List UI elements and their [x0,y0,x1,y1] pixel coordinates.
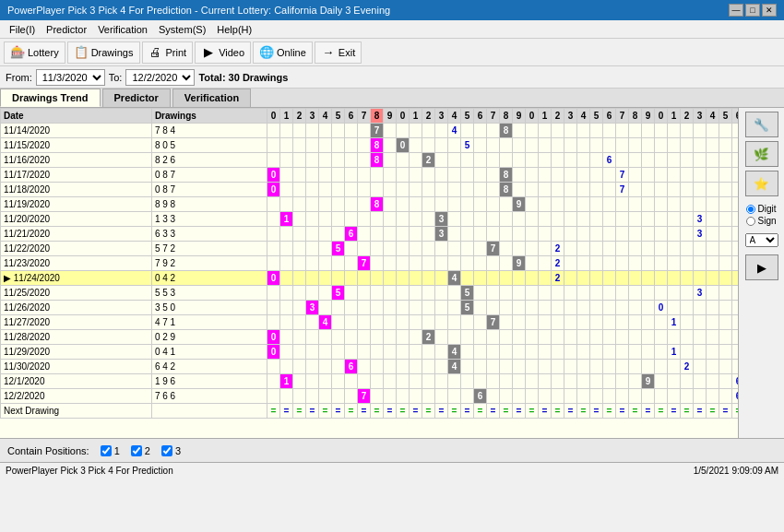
letter-select[interactable]: A B C [745,233,778,247]
grid-cell [513,315,526,330]
digit-radio[interactable] [746,205,755,214]
sign-radio[interactable] [746,217,755,226]
menu-help[interactable]: Help(H) [211,22,257,37]
grid-cell [513,330,526,345]
grid-cell [435,315,448,330]
minimize-button[interactable]: — [729,4,743,17]
grid-cell: 8 [500,168,513,183]
next-drawing-cell: = [410,404,422,419]
grid-cell [590,256,603,271]
grid-cell [410,153,422,168]
grid-cell: 0 [267,183,280,197]
grid-cell [397,124,410,138]
grid-cell [422,286,435,301]
leaf-button[interactable]: 🌿 [745,141,778,167]
star-button[interactable]: ⭐ [745,171,778,196]
table-scroll-area[interactable]: Date Drawings 0 1 2 3 4 5 6 7 8 9 0 1 [0,108,784,438]
grid-cell [345,197,358,212]
grid-cell [616,360,629,374]
grid-cell [629,242,642,256]
menu-predictor[interactable]: Predictor [41,22,92,37]
table-row: 11/21/2020 [1,227,152,242]
tab-predictor[interactable]: Predictor [102,89,171,107]
grid-cell [719,242,732,256]
status-right: 1/5/2021 9:09:09 AM [694,466,778,476]
grid-cell [655,330,668,345]
grid-cell [526,256,539,271]
grid-cell [422,360,435,374]
grid-cell [539,227,552,242]
online-button[interactable]: 🌐 Online [253,41,313,64]
grid-cell [384,374,397,389]
action-button[interactable]: ▶ [745,254,778,280]
table-row: 11/30/2020 [1,360,152,374]
table-row: 11/16/2020 [1,153,152,168]
menu-system[interactable]: System(S) [153,22,211,37]
from-date-select[interactable]: 11/3/2020 [36,69,105,86]
lottery-button[interactable]: 🎰 Lottery [4,41,65,64]
close-button[interactable]: ✕ [762,4,777,17]
checkbox-pos-3[interactable] [161,445,172,456]
grid-cell [319,197,332,212]
checkbox-pos-1[interactable] [101,445,112,456]
grid-cell [487,271,500,286]
grid-cell [397,153,410,168]
grid-cell [577,345,590,360]
grid-cell [642,138,655,153]
grid-cell [694,183,707,197]
grid-cell [526,227,539,242]
grid-cell: 5 [461,286,474,301]
exit-button[interactable]: → Exit [315,41,362,64]
drawings-cell: 5 5 3 [151,286,267,301]
grid-cell [552,315,564,330]
grid-cell [306,345,319,360]
grid-cell [590,345,603,360]
grid-cell [719,153,732,168]
grid-cell [668,286,681,301]
grid-cell [371,271,384,286]
grid-cell [293,330,306,345]
menu-file[interactable]: File(I) [4,22,41,37]
drawings-button[interactable]: 📋 Drawings [67,41,140,64]
grid-cell [513,242,526,256]
exit-label: Exit [339,47,355,58]
grid-cell [668,124,681,138]
next-drawing-cell: = [513,404,526,419]
maximize-button[interactable]: □ [745,4,760,17]
to-date-select[interactable]: 12/2/2020 [125,69,195,86]
grid-cell [719,374,732,389]
grid-cell [668,301,681,315]
grid-cell [603,374,616,389]
grid-cell: 3 [435,212,448,227]
grid-cell [539,360,552,374]
grid-cell [577,212,590,227]
next-drawing-cell: = [280,404,293,419]
grid-cell [655,227,668,242]
grid-cell [539,374,552,389]
grid-cell [564,315,577,330]
grid-cell [539,212,552,227]
wrench-button[interactable]: 🔧 [745,112,778,137]
grid-cell [435,153,448,168]
grid-cell [422,124,435,138]
grid-cell [629,183,642,197]
grid-cell [500,286,513,301]
grid-cell [590,271,603,286]
grid-cell: 8 [500,124,513,138]
grid-cell [590,242,603,256]
exit-icon: → [321,45,336,60]
checkbox-pos-2[interactable] [131,445,142,456]
grid-cell: 4 [448,360,461,374]
tab-verification[interactable]: Verification [172,89,251,107]
grid-cell [319,168,332,183]
grid-cell: 0 [267,330,280,345]
menu-verification[interactable]: Verification [92,22,153,37]
next-drawing-cell: = [642,404,655,419]
grid-cell [694,138,707,153]
video-button[interactable]: ▶ Video [195,41,251,64]
tab-drawings-trend[interactable]: Drawings Trend [0,89,101,107]
grid-cell [358,183,371,197]
grid-cell [358,286,371,301]
grid-cell [384,183,397,197]
print-button[interactable]: 🖨 Print [142,41,194,64]
